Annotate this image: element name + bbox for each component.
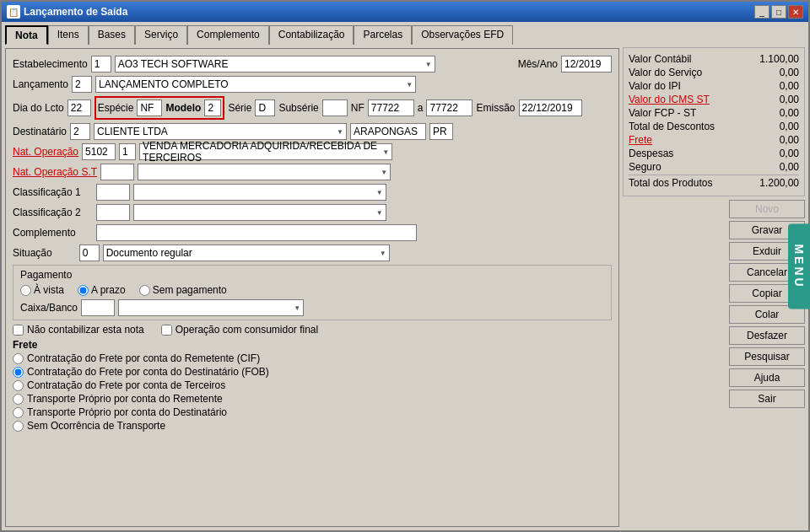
valor-icms-st-label[interactable]: Valor do ICMS ST [629, 94, 710, 105]
classificacao2-arrow: ▼ [376, 209, 383, 217]
serie-label: Série [228, 102, 251, 114]
total-descontos-label: Total de Descontos [629, 121, 715, 132]
frete-option-5[interactable]: Sem Ocorrência de Transporte [13, 420, 612, 432]
destinatario-dropdown[interactable]: CLIENTE LTDA ▼ [94, 123, 347, 140]
lancamento-dropdown[interactable]: LANÇAMENTO COMPLETO ▼ [95, 76, 416, 93]
radio-avista[interactable]: À vista [20, 284, 64, 296]
pesquisar-button[interactable]: Pesquisar [729, 347, 805, 366]
tab-complemento[interactable]: Complemento [187, 25, 269, 45]
checkbox-consumidor-final-input[interactable] [161, 325, 172, 336]
checkbox-row: Não contabilizar esta nota Operação com … [13, 324, 612, 336]
frete-option-3[interactable]: Transporte Próprio por conta do Remetent… [13, 393, 612, 405]
nat-operacao-code-field[interactable] [82, 143, 116, 160]
valor-contabil-value: 1.100,00 [748, 53, 799, 65]
destinatario-state-field[interactable] [429, 123, 453, 140]
frete-radio-2[interactable] [13, 380, 24, 391]
nf2-field[interactable] [426, 99, 472, 116]
radio-aprazo-input[interactable] [78, 285, 89, 296]
summary-total-descontos: Total de Descontos 0,00 [629, 121, 799, 132]
nat-operacao-dropdown[interactable]: VENDA MERCADORIA ADQUIRIDA/RECEBIDA DE T… [139, 143, 392, 160]
frete-option-1[interactable]: Contratação do Frete por conta do Destin… [13, 366, 612, 378]
emissao-field[interactable] [519, 99, 582, 116]
classificacao2-dropdown[interactable]: ▼ [133, 204, 386, 221]
valor-ipi-value: 0,00 [748, 80, 799, 92]
menu-tab[interactable]: MENU [788, 223, 808, 309]
valor-icms-st-value: 0,00 [748, 94, 799, 105]
checkbox-nao-contabilizar-input[interactable] [13, 325, 24, 336]
tab-nota[interactable]: Nota [5, 25, 48, 45]
modelo-field[interactable] [204, 99, 221, 116]
valor-contabil-label: Valor Contábil [629, 53, 691, 65]
serie-field[interactable] [255, 99, 275, 116]
radio-avista-input[interactable] [20, 285, 31, 296]
nat-operacao-row: Nat. Operação VENDA MERCADORIA ADQUIRIDA… [13, 143, 612, 160]
desfazer-button[interactable]: Desfazer [729, 326, 805, 345]
radio-sempagamento-input[interactable] [139, 285, 150, 296]
nat-operacao-st-code-field[interactable] [100, 164, 134, 180]
estabelecimento-dropdown[interactable]: AO3 TECH SOFTWARE ▼ [115, 56, 435, 73]
frete-option-2[interactable]: Contratação do Frete por conta de Tercei… [13, 379, 612, 391]
tab-itens[interactable]: Itens [48, 25, 89, 45]
classificacao1-dropdown[interactable]: ▼ [133, 184, 386, 201]
nat-operacao-num-field[interactable] [119, 143, 136, 160]
situacao-num-field[interactable] [79, 245, 100, 261]
radio-aprazo[interactable]: A prazo [78, 284, 126, 296]
valor-fcp-label: Valor FCP - ST [629, 107, 696, 119]
estabelecimento-num-field[interactable] [91, 56, 111, 73]
total-descontos-value: 0,00 [748, 121, 799, 132]
frete-option-4[interactable]: Transporte Próprio por conta do Destinat… [13, 406, 612, 418]
situacao-dropdown[interactable]: Documento regular ▼ [103, 245, 390, 261]
nat-operacao-label[interactable]: Nat. Operação [13, 146, 78, 158]
sair-button[interactable]: Sair [729, 390, 805, 408]
lancamento-num-field[interactable] [72, 76, 92, 93]
tab-observacoes[interactable]: Observações EFD [412, 25, 513, 45]
destinatario-name: CLIENTE LTDA [97, 126, 168, 137]
frete-radio-4[interactable] [13, 407, 24, 418]
right-column: Valor Contábil 1.100,00 Valor do Serviço… [623, 22, 808, 530]
nat-operacao-arrow: ▼ [382, 148, 389, 156]
caixa-banco-code-field[interactable] [81, 299, 115, 316]
checkbox-consumidor-final[interactable]: Operação com consumidor final [161, 324, 318, 336]
complemento-field[interactable] [96, 224, 417, 241]
nf-field[interactable] [368, 99, 414, 116]
destinatario-num-field[interactable] [70, 123, 90, 140]
situacao-arrow: ▼ [380, 250, 386, 257]
tab-servico[interactable]: Serviço [135, 25, 187, 45]
subserie-field[interactable] [322, 99, 348, 116]
estabelecimento-label: Estabelecimento [13, 58, 88, 70]
frete-summary-label[interactable]: Frete [629, 134, 652, 146]
summary-despesas: Despesas 0,00 [629, 148, 799, 159]
title-bar: 📋 Lançamento de Saída _ □ ✕ [2, 2, 808, 22]
radio-sempagamento[interactable]: Sem pagamento [139, 284, 227, 296]
frete-radio-0[interactable] [13, 353, 24, 364]
frete-radio-5[interactable] [13, 421, 24, 432]
nat-operacao-st-label[interactable]: Nat. Operação S.T [13, 166, 97, 178]
subserie-label: Subsérie [278, 102, 318, 114]
novo-button[interactable]: Novo [729, 200, 805, 218]
mes-ano-field[interactable] [561, 56, 612, 73]
minimize-button[interactable]: _ [754, 5, 770, 19]
checkbox-nao-contabilizar[interactable]: Não contabilizar esta nota [13, 324, 144, 336]
frete-radio-3[interactable] [13, 394, 24, 405]
close-button[interactable]: ✕ [788, 5, 803, 19]
classificacao1-code-field[interactable] [96, 184, 130, 201]
tab-contabilizacao[interactable]: Contabilização [269, 25, 354, 45]
destinatario-city-field[interactable] [350, 123, 426, 140]
title-bar-left: 📋 Lançamento de Saída [7, 5, 127, 19]
tab-bases[interactable]: Bases [89, 25, 135, 45]
caixa-banco-dropdown[interactable]: ▼ [118, 299, 304, 316]
frete-option-3-label: Transporte Próprio por conta do Remetent… [27, 393, 223, 405]
despesas-value: 0,00 [748, 148, 799, 159]
frete-radio-1[interactable] [13, 367, 24, 378]
classificacao2-code-field[interactable] [96, 204, 130, 221]
frete-option-0[interactable]: Contratação do Frete por conta do Remete… [13, 352, 612, 364]
maximize-button[interactable]: □ [771, 5, 786, 19]
dia-field[interactable] [68, 99, 91, 116]
modelo-label: Modelo [165, 102, 201, 114]
tab-parcelas[interactable]: Parcelas [354, 25, 412, 45]
nat-operacao-st-dropdown[interactable]: ▼ [138, 164, 391, 180]
nf-label: NF [351, 102, 364, 114]
ajuda-button[interactable]: Ajuda [729, 368, 805, 387]
summary-valor-contabil: Valor Contábil 1.100,00 [629, 53, 799, 65]
especie-field[interactable] [137, 99, 162, 116]
